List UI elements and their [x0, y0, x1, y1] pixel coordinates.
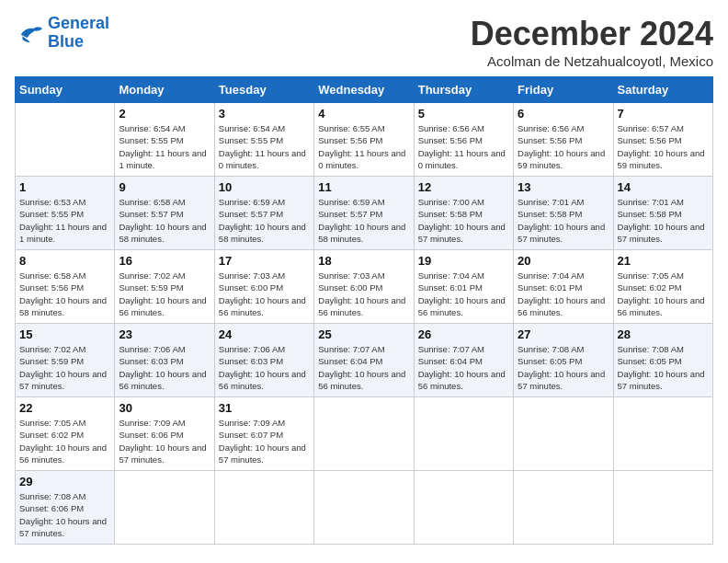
table-cell: 16 Sunrise: 7:02 AM Sunset: 5:59 PM Dayl… — [115, 250, 214, 324]
day-number: 13 — [518, 180, 609, 194]
day-number: 11 — [318, 180, 409, 194]
day-info: Sunrise: 7:02 AM Sunset: 5:59 PM Dayligh… — [119, 270, 210, 318]
table-cell: 22 Sunrise: 7:05 AM Sunset: 6:02 PM Dayl… — [16, 397, 115, 471]
day-number: 22 — [19, 401, 110, 415]
table-cell — [414, 397, 513, 471]
calendar-title: December 2024 — [471, 15, 713, 53]
calendar-row: 2 Sunrise: 6:54 AM Sunset: 5:55 PM Dayli… — [16, 103, 713, 177]
day-number: 2 — [119, 107, 210, 121]
day-number: 5 — [418, 107, 509, 121]
day-info: Sunrise: 7:01 AM Sunset: 5:58 PM Dayligh… — [618, 196, 709, 245]
day-info: Sunrise: 6:59 AM Sunset: 5:57 PM Dayligh… — [219, 196, 310, 245]
day-info: Sunrise: 7:07 AM Sunset: 6:04 PM Dayligh… — [418, 343, 509, 392]
day-info: Sunrise: 7:03 AM Sunset: 6:00 PM Dayligh… — [318, 270, 409, 318]
table-cell: 20 Sunrise: 7:04 AM Sunset: 6:01 PM Dayl… — [514, 250, 613, 324]
table-cell: 18 Sunrise: 7:03 AM Sunset: 6:00 PM Dayl… — [314, 250, 414, 324]
table-cell: 23 Sunrise: 7:06 AM Sunset: 6:03 PM Dayl… — [115, 324, 214, 397]
day-number: 17 — [219, 254, 310, 268]
day-info: Sunrise: 7:08 AM Sunset: 6:06 PM Dayligh… — [19, 490, 110, 539]
table-cell — [514, 471, 613, 545]
day-number: 16 — [119, 254, 210, 268]
day-number: 20 — [518, 254, 609, 268]
day-info: Sunrise: 7:00 AM Sunset: 5:58 PM Dayligh… — [418, 196, 509, 245]
table-cell: 29 Sunrise: 7:08 AM Sunset: 6:06 PM Dayl… — [16, 471, 115, 545]
table-cell: 25 Sunrise: 7:07 AM Sunset: 6:04 PM Dayl… — [314, 324, 414, 397]
col-tuesday: Tuesday — [214, 77, 313, 103]
day-info: Sunrise: 7:05 AM Sunset: 6:02 PM Dayligh… — [19, 417, 110, 465]
day-info: Sunrise: 6:55 AM Sunset: 5:56 PM Dayligh… — [318, 122, 409, 171]
day-info: Sunrise: 7:07 AM Sunset: 6:04 PM Dayligh… — [318, 343, 409, 392]
day-info: Sunrise: 6:56 AM Sunset: 5:56 PM Dayligh… — [518, 122, 609, 171]
table-cell: 13 Sunrise: 7:01 AM Sunset: 5:58 PM Dayl… — [514, 177, 613, 250]
day-number: 18 — [318, 254, 409, 268]
table-cell: 3 Sunrise: 6:54 AM Sunset: 5:55 PM Dayli… — [214, 103, 313, 177]
day-number: 8 — [19, 254, 110, 268]
table-cell: 2 Sunrise: 6:54 AM Sunset: 5:55 PM Dayli… — [115, 103, 214, 177]
table-cell: 31 Sunrise: 7:09 AM Sunset: 6:07 PM Dayl… — [214, 397, 313, 471]
col-thursday: Thursday — [414, 77, 513, 103]
day-info: Sunrise: 7:08 AM Sunset: 6:05 PM Dayligh… — [518, 343, 609, 392]
day-info: Sunrise: 7:08 AM Sunset: 6:05 PM Dayligh… — [618, 343, 709, 392]
day-number: 3 — [219, 107, 310, 121]
day-info: Sunrise: 6:58 AM Sunset: 5:57 PM Dayligh… — [119, 196, 210, 245]
day-info: Sunrise: 7:03 AM Sunset: 6:00 PM Dayligh… — [219, 270, 310, 318]
day-number: 7 — [618, 107, 709, 121]
day-number: 31 — [219, 401, 310, 415]
day-number: 25 — [318, 327, 409, 341]
table-cell: 26 Sunrise: 7:07 AM Sunset: 6:04 PM Dayl… — [414, 324, 513, 397]
table-cell: 10 Sunrise: 6:59 AM Sunset: 5:57 PM Dayl… — [214, 177, 313, 250]
day-number: 19 — [418, 254, 509, 268]
table-cell: 19 Sunrise: 7:04 AM Sunset: 6:01 PM Dayl… — [414, 250, 513, 324]
day-number: 6 — [518, 107, 609, 121]
day-info: Sunrise: 7:09 AM Sunset: 6:07 PM Dayligh… — [219, 417, 310, 465]
table-cell — [613, 471, 712, 545]
table-cell: 7 Sunrise: 6:57 AM Sunset: 5:56 PM Dayli… — [613, 103, 712, 177]
day-number: 23 — [119, 327, 210, 341]
day-number: 30 — [119, 401, 210, 415]
day-info: Sunrise: 7:04 AM Sunset: 6:01 PM Dayligh… — [518, 270, 609, 318]
logo-line1: General — [48, 14, 109, 32]
day-info: Sunrise: 6:58 AM Sunset: 5:56 PM Dayligh… — [19, 270, 110, 318]
day-info: Sunrise: 7:06 AM Sunset: 6:03 PM Dayligh… — [119, 343, 210, 392]
title-area: December 2024 Acolman de Netzahualcoyotl… — [471, 15, 713, 69]
table-cell — [314, 397, 414, 471]
day-info: Sunrise: 6:54 AM Sunset: 5:55 PM Dayligh… — [219, 122, 310, 171]
table-cell — [16, 103, 115, 177]
table-cell: 4 Sunrise: 6:55 AM Sunset: 5:56 PM Dayli… — [314, 103, 414, 177]
table-cell — [613, 397, 712, 471]
col-saturday: Saturday — [613, 77, 712, 103]
day-number: 10 — [219, 180, 310, 194]
page-header: General Blue December 2024 Acolman de Ne… — [15, 15, 713, 69]
table-cell: 11 Sunrise: 6:59 AM Sunset: 5:57 PM Dayl… — [314, 177, 414, 250]
day-number: 14 — [618, 180, 709, 194]
table-cell: 21 Sunrise: 7:05 AM Sunset: 6:02 PM Dayl… — [613, 250, 712, 324]
calendar-row: 8 Sunrise: 6:58 AM Sunset: 5:56 PM Dayli… — [16, 250, 713, 324]
calendar-row: 15 Sunrise: 7:02 AM Sunset: 5:59 PM Dayl… — [16, 324, 713, 397]
table-cell: 17 Sunrise: 7:03 AM Sunset: 6:00 PM Dayl… — [214, 250, 313, 324]
calendar-row: 22 Sunrise: 7:05 AM Sunset: 6:02 PM Dayl… — [16, 397, 713, 471]
day-info: Sunrise: 6:59 AM Sunset: 5:57 PM Dayligh… — [318, 196, 409, 245]
day-info: Sunrise: 7:04 AM Sunset: 6:01 PM Dayligh… — [418, 270, 509, 318]
day-info: Sunrise: 6:57 AM Sunset: 5:56 PM Dayligh… — [618, 122, 709, 171]
day-info: Sunrise: 7:01 AM Sunset: 5:58 PM Dayligh… — [518, 196, 609, 245]
col-monday: Monday — [115, 77, 214, 103]
logo-icon — [15, 20, 44, 46]
day-info: Sunrise: 7:02 AM Sunset: 5:59 PM Dayligh… — [19, 343, 110, 392]
table-cell — [414, 471, 513, 545]
day-info: Sunrise: 7:05 AM Sunset: 6:02 PM Dayligh… — [618, 270, 709, 318]
day-info: Sunrise: 6:53 AM Sunset: 5:55 PM Dayligh… — [19, 196, 110, 245]
table-cell: 15 Sunrise: 7:02 AM Sunset: 5:59 PM Dayl… — [16, 324, 115, 397]
table-cell: 14 Sunrise: 7:01 AM Sunset: 5:58 PM Dayl… — [613, 177, 712, 250]
calendar-header-row: Sunday Monday Tuesday Wednesday Thursday… — [16, 77, 713, 103]
col-wednesday: Wednesday — [314, 77, 414, 103]
logo-line2: Blue — [48, 32, 84, 51]
day-number: 29 — [19, 475, 110, 488]
day-number: 27 — [518, 327, 609, 341]
table-cell: 30 Sunrise: 7:09 AM Sunset: 6:06 PM Dayl… — [115, 397, 214, 471]
table-cell: 27 Sunrise: 7:08 AM Sunset: 6:05 PM Dayl… — [514, 324, 613, 397]
day-number: 21 — [618, 254, 709, 268]
day-number: 9 — [119, 180, 210, 194]
day-number: 12 — [418, 180, 509, 194]
table-cell: 9 Sunrise: 6:58 AM Sunset: 5:57 PM Dayli… — [115, 177, 214, 250]
day-number: 26 — [418, 327, 509, 341]
